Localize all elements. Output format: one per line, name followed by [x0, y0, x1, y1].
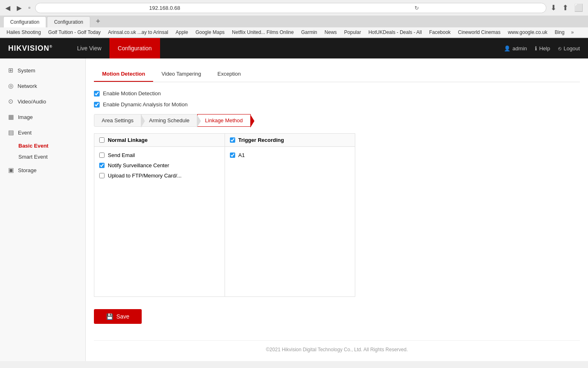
enable-motion-detection-checkbox[interactable]: [94, 91, 100, 96]
forward-button[interactable]: ▶: [15, 3, 24, 13]
normal-linkage-header: Normal Linkage: [94, 134, 225, 147]
system-icon: ⊞: [8, 67, 13, 74]
sidebar-item-videoaudio[interactable]: ⊙ Video/Audio: [0, 94, 85, 109]
trigger-recording-header-checkbox[interactable]: [230, 137, 235, 143]
tab-motion-detection[interactable]: Motion Detection: [94, 67, 153, 82]
top-nav: HIKVISION® Live View Configuration 👤 adm…: [0, 38, 588, 58]
reload-icon[interactable]: ↻: [292, 5, 541, 11]
normal-linkage-body: Send Email Notify Surveillance Center Up…: [94, 147, 225, 184]
trigger-recording-col: Trigger Recording A1: [225, 134, 355, 296]
nav-right: 👤 admin ℹ Help ⎋ Logout: [504, 45, 580, 52]
tabs-bar: Configuration Configuration +: [0, 16, 588, 27]
storage-icon: ▣: [8, 166, 14, 174]
sidebar-item-smart-event[interactable]: Smart Event: [0, 151, 85, 162]
bookmark-apple[interactable]: Apple: [172, 29, 192, 36]
linkage-row-notify-surveillance: Notify Surveillance Center: [99, 160, 220, 171]
image-icon: ▦: [8, 113, 14, 121]
a1-label: A1: [238, 152, 245, 158]
normal-linkage-title: Normal Linkage: [108, 137, 148, 143]
address-bar[interactable]: 192.168.0.68 ↻: [35, 3, 546, 13]
logo: HIKVISION®: [8, 44, 53, 53]
linkage-row-upload-ftp: Upload to FTP/Memory Card/...: [99, 171, 220, 181]
bookmark-news[interactable]: News: [321, 29, 340, 36]
videoaudio-icon: ⊙: [8, 98, 13, 105]
download-button[interactable]: ⬇: [549, 2, 558, 13]
tab-arming-schedule[interactable]: Arming Schedule: [141, 114, 197, 127]
bookmark-golf[interactable]: Golf Tuition - Golf Today: [45, 29, 104, 36]
tab-configuration-2[interactable]: Configuration: [47, 16, 90, 27]
normal-linkage-col: Normal Linkage Send Email Notify Surveil…: [94, 134, 225, 296]
nav-links: Live View Configuration: [69, 38, 160, 58]
nav-logout[interactable]: ⎋ Logout: [558, 45, 580, 52]
overview-button[interactable]: ▫: [26, 3, 33, 12]
sidebar-item-image[interactable]: ▦ Image: [0, 109, 85, 125]
bookmarks-more-button[interactable]: »: [568, 29, 576, 36]
share-button[interactable]: ⬆: [561, 2, 570, 13]
user-icon: 👤: [504, 45, 510, 52]
browser-chrome: ◀ ▶ ▫ 192.168.0.68 ↻ ⬇ ⬆ ⬜ Configuration…: [0, 0, 588, 38]
tab-exception[interactable]: Exception: [209, 67, 249, 82]
nav-help[interactable]: ℹ Help: [535, 45, 550, 52]
enable-motion-detection-row: Enable Motion Detection: [94, 90, 580, 96]
normal-linkage-header-checkbox[interactable]: [99, 137, 105, 143]
bookmark-googlemaps[interactable]: Google Maps: [192, 29, 228, 36]
tab-video-tampering[interactable]: Video Tampering: [153, 67, 209, 82]
bookmark-garmin[interactable]: Garmin: [298, 29, 320, 36]
nav-configuration[interactable]: Configuration: [109, 38, 160, 58]
trigger-recording-body: A1: [225, 147, 355, 164]
enable-motion-detection-label: Enable Motion Detection: [103, 90, 161, 96]
nav-live-view[interactable]: Live View: [69, 38, 110, 58]
bookmark-facebook[interactable]: Facebook: [426, 29, 454, 36]
footer: ©2021 Hikvision Digital Technology Co., …: [94, 340, 580, 359]
bookmark-cineworld[interactable]: Cineworld Cinemas: [455, 29, 504, 36]
save-button[interactable]: 💾 Save: [94, 309, 142, 324]
upload-ftp-label: Upload to FTP/Memory Card/...: [108, 173, 182, 179]
sidebar-item-event[interactable]: ▤ Event: [0, 125, 85, 140]
notify-surveillance-label: Notify Surveillance Center: [108, 162, 169, 168]
help-icon: ℹ: [535, 45, 537, 52]
save-icon: 💾: [106, 313, 113, 320]
sidebar-item-network[interactable]: ◎ Network: [0, 78, 85, 94]
settings-tabs: Area Settings Arming Schedule Linkage Me…: [94, 114, 580, 127]
bookmarks-bar: Hailes Shooting Golf Tuition - Golf Toda…: [0, 27, 588, 38]
tab-configuration-1[interactable]: Configuration: [3, 16, 46, 27]
enable-dynamic-analysis-row: Enable Dynamic Analysis for Motion: [94, 101, 580, 108]
linkage-row-send-email: Send Email: [99, 150, 220, 160]
browser-actions: ⬇ ⬆ ⬜: [549, 2, 585, 13]
sidebar: ⊞ System ◎ Network ⊙ Video/Audio ▦ Image…: [0, 58, 86, 361]
bookmark-arinsal[interactable]: Arinsal.co.uk ...ay to Arinsal: [105, 29, 172, 36]
bookmark-google[interactable]: www.google.co.uk: [505, 29, 551, 36]
network-icon: ◎: [8, 82, 13, 90]
trigger-recording-header: Trigger Recording: [225, 134, 355, 147]
event-icon: ▤: [8, 129, 14, 136]
enable-dynamic-analysis-checkbox[interactable]: [94, 102, 100, 108]
address-text: 192.168.0.68: [40, 5, 289, 11]
linkage-row-a1: A1: [230, 150, 350, 160]
content-area: Motion Detection Video Tampering Excepti…: [86, 58, 588, 361]
sub-tabs: Motion Detection Video Tampering Excepti…: [94, 67, 580, 82]
tab-area-settings[interactable]: Area Settings: [94, 114, 141, 127]
sidebar-item-storage[interactable]: ▣ Storage: [0, 162, 85, 178]
upload-ftp-checkbox[interactable]: [99, 173, 105, 178]
notify-surveillance-checkbox[interactable]: [99, 163, 105, 168]
sidebar-item-basic-event[interactable]: Basic Event: [0, 140, 85, 151]
tab-add-button[interactable]: +: [93, 16, 104, 27]
bookmark-bing[interactable]: Bing: [551, 29, 568, 36]
window-button[interactable]: ⬜: [572, 2, 585, 13]
logout-icon: ⎋: [558, 45, 561, 52]
sidebar-item-system[interactable]: ⊞ System: [0, 63, 85, 78]
linkage-table: Normal Linkage Send Email Notify Surveil…: [94, 133, 355, 297]
browser-toolbar: ◀ ▶ ▫ 192.168.0.68 ↻ ⬇ ⬆ ⬜: [0, 0, 588, 16]
bookmark-netflix[interactable]: Netflix United... Films Online: [229, 29, 297, 36]
enable-dynamic-analysis-label: Enable Dynamic Analysis for Motion: [103, 101, 187, 108]
bookmark-hotukdeals[interactable]: HotUKDeals - Deals - All: [365, 29, 425, 36]
a1-checkbox[interactable]: [230, 153, 235, 158]
back-button[interactable]: ◀: [3, 3, 12, 13]
send-email-label: Send Email: [108, 152, 135, 158]
nav-admin[interactable]: 👤 admin: [504, 45, 527, 52]
bookmark-hailes[interactable]: Hailes Shooting: [3, 29, 44, 36]
tab-linkage-method[interactable]: Linkage Method: [197, 114, 251, 127]
trigger-recording-title: Trigger Recording: [238, 137, 284, 143]
send-email-checkbox[interactable]: [99, 153, 105, 158]
bookmark-popular[interactable]: Popular: [341, 29, 364, 36]
